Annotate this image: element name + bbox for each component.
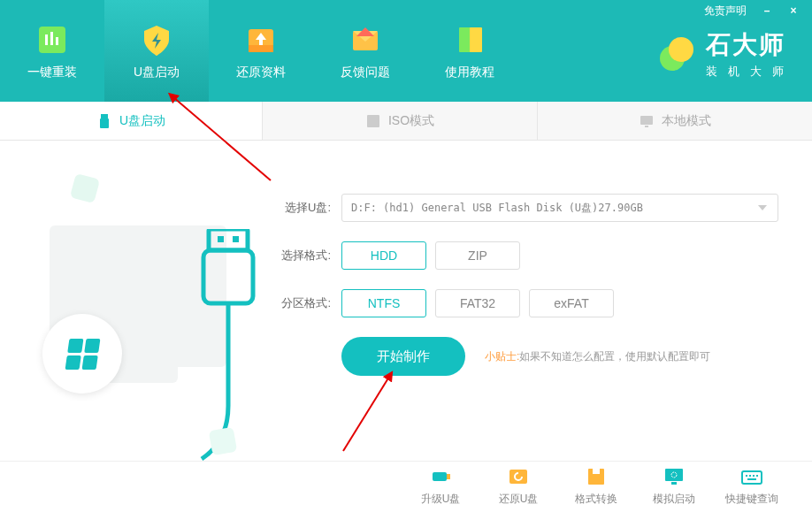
svg-rect-22 [233, 236, 239, 242]
envelope-icon [348, 22, 383, 57]
svg-rect-37 [747, 478, 756, 480]
nav-restore[interactable]: 还原资料 [209, 0, 313, 102]
svg-rect-26 [509, 470, 527, 484]
upload-box-icon [243, 22, 279, 57]
svg-rect-15 [101, 114, 108, 118]
svg-rect-17 [367, 115, 379, 127]
config-form: 选择U盘: D:F: (hd1) General USB Flash Disk … [262, 141, 812, 461]
footer-label: 模拟启动 [653, 492, 695, 507]
svg-point-14 [669, 37, 693, 62]
shield-icon [139, 22, 174, 57]
window-controls: 免责声明 – × [704, 0, 812, 21]
minimize-icon[interactable]: – [761, 4, 773, 17]
footer-simulate-boot[interactable]: 模拟启动 [635, 462, 713, 512]
svg-rect-6 [249, 45, 273, 52]
svg-rect-36 [756, 475, 758, 477]
usb-stick-icon [429, 467, 452, 486]
tab-usb-boot[interactable]: U盘启动 [0, 102, 262, 140]
svg-rect-34 [749, 475, 751, 477]
svg-rect-30 [671, 482, 677, 485]
svg-rect-32 [742, 471, 762, 484]
nav-label: U盘启动 [134, 65, 180, 80]
brand-title: 石大师 [706, 28, 794, 62]
select-format-label: 选择格式: [278, 248, 331, 264]
nav-label: 反馈问题 [341, 65, 390, 80]
nav-label: 使用教程 [445, 65, 494, 80]
usb-select-value: D:F: (hd1) General USB Flash Disk (U盘)27… [351, 201, 643, 216]
footer-label: 快捷键查询 [725, 492, 778, 507]
svg-rect-12 [470, 27, 482, 52]
brand: 石大师 装机大师 [658, 28, 794, 80]
partition-format-label: 分区格式: [278, 295, 331, 311]
nav-feedback[interactable]: 反馈问题 [313, 0, 417, 102]
nav-reinstall[interactable]: 一键重装 [0, 0, 104, 102]
tab-label: U盘启动 [119, 113, 165, 129]
keyboard-icon [740, 467, 763, 486]
footer-label: 还原U盘 [499, 492, 539, 507]
svg-rect-24 [433, 472, 447, 481]
svg-rect-19 [645, 126, 648, 127]
monitor-play-icon [663, 467, 686, 486]
usb-icon [96, 113, 112, 129]
svg-rect-18 [640, 116, 653, 125]
footer-label: 格式转换 [575, 492, 617, 507]
floppy-icon [585, 467, 608, 486]
svg-rect-28 [593, 469, 600, 474]
svg-rect-20 [209, 229, 248, 250]
nav-label: 一键重装 [27, 65, 77, 80]
format-option-zip[interactable]: ZIP [435, 241, 520, 270]
nav-usb-boot[interactable]: U盘启动 [104, 0, 209, 102]
decoration-icon [70, 173, 100, 203]
book-icon [452, 22, 487, 57]
nav-label: 还原资料 [236, 65, 286, 80]
tab-iso-mode[interactable]: ISO模式 [262, 102, 537, 140]
footer-label: 升级U盘 [421, 492, 461, 507]
restore-icon [507, 467, 530, 486]
svg-rect-21 [218, 236, 224, 242]
main-nav: 一键重装 U盘启动 还原资料 反馈问题 使用教程 [0, 0, 522, 102]
tab-label: 本地模式 [662, 113, 711, 129]
partition-option-fat32[interactable]: FAT32 [435, 289, 520, 317]
svg-rect-1 [45, 34, 48, 45]
bar-chart-icon [34, 22, 70, 57]
decoration-icon [209, 427, 237, 455]
partition-option-exfat[interactable]: exFAT [529, 289, 614, 317]
format-option-hdd[interactable]: HDD [341, 241, 426, 270]
footer-hotkey-query[interactable]: 快捷键查询 [713, 462, 791, 512]
illustration-panel [0, 141, 262, 461]
tab-label: ISO模式 [388, 113, 434, 129]
disclaimer-link[interactable]: 免责声明 [704, 4, 747, 19]
start-create-button[interactable]: 开始制作 [341, 337, 465, 376]
monitor-icon [639, 113, 655, 129]
svg-rect-11 [459, 27, 471, 52]
header: 免责声明 – × 一键重装 U盘启动 还原资料 反馈问题 [0, 0, 812, 102]
footer-toolbar: 升级U盘 还原U盘 格式转换 模拟启动 快捷键查询 [0, 461, 812, 512]
content-area: 选择U盘: D:F: (hd1) General USB Flash Disk … [0, 141, 812, 461]
usb-select[interactable]: D:F: (hd1) General USB Flash Disk (U盘)27… [341, 194, 778, 222]
mode-tabs: U盘启动 ISO模式 本地模式 [0, 102, 812, 141]
svg-rect-35 [753, 475, 755, 477]
svg-rect-33 [746, 475, 747, 477]
partition-option-ntfs[interactable]: NTFS [341, 289, 426, 317]
brand-subtitle: 装机大师 [706, 64, 794, 80]
svg-rect-16 [100, 118, 109, 128]
footer-upgrade-usb[interactable]: 升级U盘 [402, 462, 479, 512]
svg-rect-23 [203, 250, 253, 303]
iso-icon [365, 113, 381, 129]
close-icon[interactable]: × [787, 4, 800, 17]
svg-rect-25 [447, 474, 450, 479]
brand-logo-icon [658, 35, 695, 73]
svg-rect-3 [56, 37, 58, 45]
tip-label: 小贴士: [485, 350, 519, 363]
tip-text: 小贴士:如果不知道怎么配置，使用默认配置即可 [485, 349, 710, 364]
footer-format-convert[interactable]: 格式转换 [557, 462, 635, 512]
svg-rect-2 [50, 32, 53, 45]
windows-flag-icon [65, 339, 100, 370]
windows-badge [42, 314, 122, 394]
nav-tutorial[interactable]: 使用教程 [417, 0, 522, 102]
select-usb-label: 选择U盘: [278, 200, 331, 216]
footer-restore-usb[interactable]: 还原U盘 [479, 462, 557, 512]
tab-local-mode[interactable]: 本地模式 [537, 102, 812, 140]
svg-rect-29 [665, 469, 683, 481]
